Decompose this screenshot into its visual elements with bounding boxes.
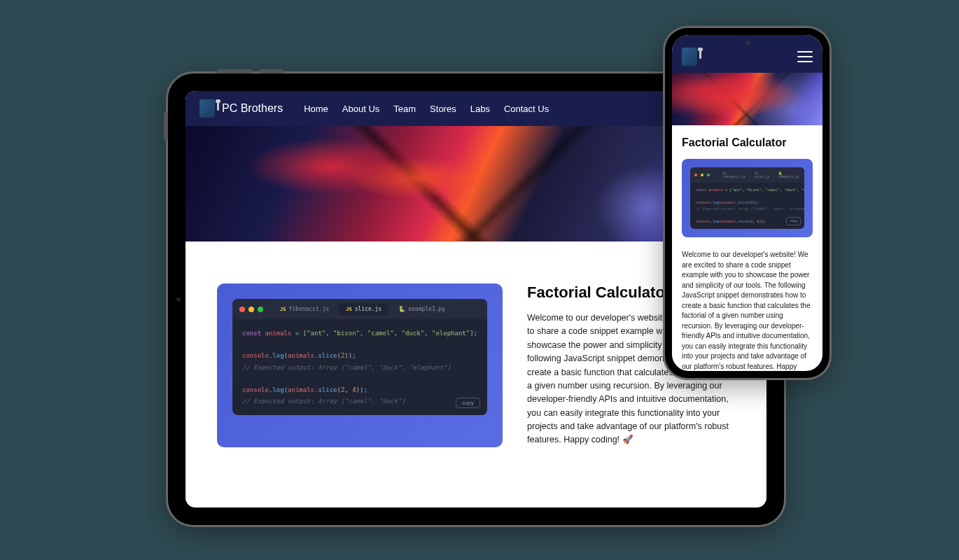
tab-fibonacci-mobile[interactable]: JS fibonacci.js [719,170,749,180]
python-icon: 🐍 [398,306,405,312]
js-icon: JS [346,307,351,312]
nav-about[interactable]: About Us [342,104,379,114]
hamburger-menu-icon[interactable] [797,51,813,62]
section-heading-mobile: Factorial Calculator [682,136,813,149]
tablet-side-button [164,112,168,140]
tab-example-py[interactable]: 🐍example1.py [391,303,452,315]
code-body-mobile[interactable]: const animals = ["ant", "bison", "camel"… [690,183,804,229]
close-icon[interactable] [239,307,245,312]
copy-button-mobile[interactable]: copy [786,217,801,225]
brand-logo-mobile[interactable] [682,48,697,66]
wrench-pc-icon [682,48,697,66]
close-icon[interactable] [694,174,697,176]
section-body-mobile: Welcome to our developer's website! We a… [682,250,813,371]
code-snippet-card: JSfibonacci.js JSslice.js 🐍example1.py c… [217,284,503,447]
nav-team[interactable]: Team [393,104,416,114]
code-editor-window: JSfibonacci.js JSslice.js 🐍example1.py c… [232,299,487,415]
phone-screen: Factorial Calculator JS fibonacci.js JS … [672,35,822,371]
code-editor-window-mobile: JS fibonacci.js JS slice.js 🐍 example1.p… [690,167,804,229]
phone-camera [746,41,750,45]
brand-logo[interactable]: PC Brothers [200,99,283,118]
code-body[interactable]: const animals = ["ant", "bison", "camel"… [232,319,487,415]
tab-slice-mobile[interactable]: JS slice.js [751,170,774,180]
nav-contact[interactable]: Contact Us [504,104,549,114]
copy-button[interactable]: copy [456,398,480,408]
code-snippet-card-mobile: JS fibonacci.js JS slice.js 🐍 example1.p… [682,159,813,237]
minimize-icon[interactable] [701,174,704,176]
brand-name: PC Brothers [222,102,283,115]
phone-device-frame: Factorial Calculator JS fibonacci.js JS … [665,28,830,378]
window-controls [239,307,263,312]
code-tabs-bar-mobile: JS fibonacci.js JS slice.js 🐍 example1.p… [690,167,804,183]
code-tabs-bar: JSfibonacci.js JSslice.js 🐍example1.py [232,299,487,319]
nav-stores[interactable]: Stores [430,104,456,114]
maximize-icon[interactable] [258,307,263,312]
tablet-power-button [217,69,252,74]
minimize-icon[interactable] [248,307,254,312]
tablet-camera [176,298,181,302]
tab-example-py-mobile[interactable]: 🐍 example1.py [775,170,803,180]
tablet-volume-button [259,69,284,74]
tab-slice[interactable]: JSslice.js [339,303,388,315]
maximize-icon[interactable] [707,174,710,176]
tab-fibonacci[interactable]: JSfibonacci.js [273,303,336,315]
nav-home[interactable]: Home [304,104,328,114]
window-controls-mobile [694,174,710,176]
hero-image-mobile [672,73,822,125]
nav-labs[interactable]: Labs [470,104,490,114]
main-content-mobile: Factorial Calculator JS fibonacci.js JS … [672,125,822,371]
nav-links: Home About Us Team Stores Labs Contact U… [304,104,549,114]
wrench-pc-icon [200,99,215,118]
js-icon: JS [280,307,286,312]
